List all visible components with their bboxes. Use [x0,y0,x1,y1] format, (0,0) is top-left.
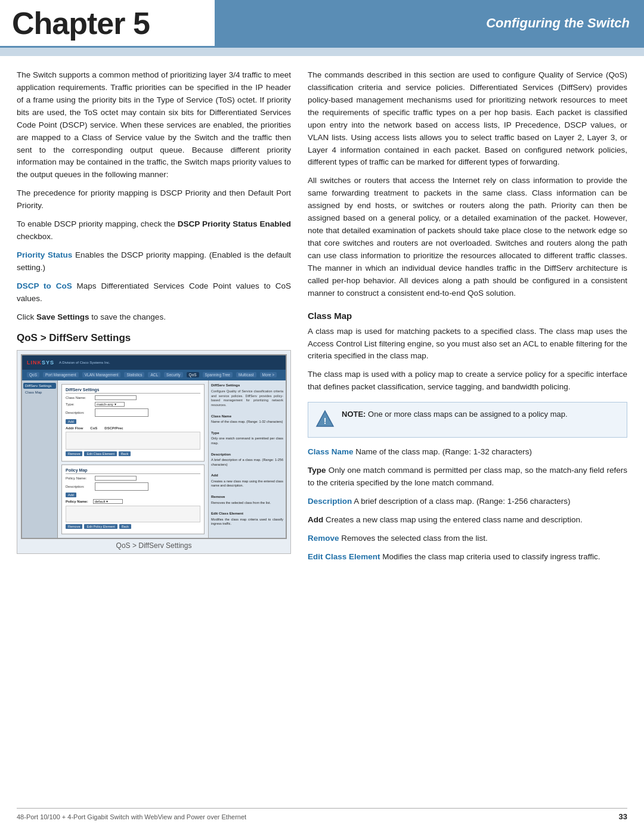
cm-row1: Class Name: [66,395,200,400]
rp-add: Add [211,473,283,478]
add-para: Add Creates a new class map using the en… [308,514,627,527]
para3-prefix: To enable DSCP priority mapping, check t… [17,219,178,228]
note-body: One or more class maps can be assigned t… [368,410,568,419]
page-footer: 48-Port 10/100 + 4-Port Gigabit Switch w… [17,808,627,821]
fake-ui-topbar: QoS Port Management VLAN Management Stat… [22,370,286,380]
fake-ui: LINKSYS A Division of Cisco Systems Inc.… [21,354,287,539]
note-box: ! NOTE: One or more class maps can be as… [308,402,627,438]
edit-class-text: Modifies the class map criteria used to … [382,552,600,561]
pm-add-btn[interactable]: Add [66,493,76,497]
rp-add-text: Creates a new class map using the entere… [211,479,283,488]
remove-label: Remove [308,534,339,543]
left-para1: The Switch supports a common method of p… [17,69,291,181]
screenshot-container: LINKSYS A Division of Cisco Systems Inc.… [17,350,291,554]
header-right: Configuring the Switch [215,0,644,46]
type-para: Type Only one match command is permitted… [308,465,627,490]
qos-diffserv-heading: QoS > DiffServ Settings [17,332,291,344]
sidebar-classmap: Class Map [23,389,56,395]
nav-more: More > [260,372,277,377]
col-addr: Addr Flow [66,426,83,430]
content-area: The Switch supports a common method of p… [0,69,644,569]
policy-map-panel: Policy Map Policy Name: Description: Add [61,465,205,534]
cm-input-name[interactable] [95,395,137,400]
screenshot-caption: QoS > DiffServ Settings [21,541,287,550]
description-text: A brief description of a class map. (Ran… [354,497,570,506]
rp-text1: Configure Quality of Service classificat… [211,389,283,408]
pm-policy-select[interactable]: default ▾ [93,499,123,504]
rp-type-text: Only one match command is permitted per … [211,436,283,445]
chapter-title: Chapter 5 [12,8,150,39]
pm-label-desc: Description: [66,485,92,488]
cm-row3: Description: [66,408,200,417]
col-dscp: DSCP/Prec [104,426,123,430]
class-map-para2: The class map is used with a policy map … [308,368,627,394]
linksys-logo: LINKSYS [27,360,54,366]
nav-vlan: VLAN Management [82,372,121,377]
cm-back-btn[interactable]: Back [119,451,131,456]
pm-panel-title: Policy Map [66,468,200,474]
edit-class-label: Edit Class Element [308,552,380,561]
rp-desc-text: A brief description of a class map. (Ran… [211,458,283,467]
pm-row2: Description: [66,482,200,491]
pm-add-row: Add [66,493,200,497]
class-map-heading: Class Map [308,311,627,321]
pm-row1: Policy Name: [66,476,200,481]
footer-page-number: 33 [619,812,627,821]
pm-table-body [66,506,200,522]
left-para2: The precedence for priority mapping is D… [17,187,291,212]
pm-input-desc[interactable] [95,482,148,491]
pm-edit-btn[interactable]: Edit Policy Element [84,524,117,529]
page-header: Chapter 5 Configuring the Switch [0,0,644,48]
description-label: Description [308,497,352,506]
rp-edit: Edit Class Element [211,511,283,516]
cm-label-type: Type: [66,402,92,406]
rp-edit-text: Modifies the class map criteria used to … [211,518,283,527]
cm-select-type[interactable]: match-any ▾ [95,402,125,407]
add-label: Add [308,515,323,524]
cm-table-body [66,432,200,450]
nav-spanning: Spanning Tree [203,372,233,377]
left-column: The Switch supports a common method of p… [17,69,291,569]
save-bold: Save Settings [36,312,89,321]
dscp-priority-term: DSCP Priority Status Enabled [178,219,291,228]
col-cos: CoS [90,426,97,430]
dscp-cos-label: DSCP to CoS [17,281,72,290]
nav-acl: ACL [148,372,160,377]
fake-ui-nav: QoS Port Management VLAN Management Stat… [27,372,277,377]
note-icon: ! [315,410,335,431]
para3-suffix: checkbox. [17,232,53,241]
cm-edit-btn[interactable]: Edit Class Element [84,451,116,456]
priority-status-label: Priority Status [17,250,72,259]
save-prefix: Click [17,312,36,321]
rp-remove: Remove [211,494,283,499]
save-para: Click Save Settings to save the changes. [17,311,291,324]
pm-label-name: Policy Name: [66,476,92,480]
note-svg-icon: ! [315,410,335,429]
cm-remove-btn[interactable]: Remove [66,451,82,456]
rp-classname: Class Name [211,414,283,419]
right-para2: All switches or routers that access the … [308,175,627,299]
pm-input-name[interactable] [95,476,137,481]
class-name-para: Class Name Name of the class map. (Range… [308,446,627,459]
class-map-panel: DiffServ Settings Class Name: Type: matc… [61,384,205,462]
sidebar-diffserv: DiffServ Settings [23,383,56,389]
description-para: Description A brief description of a cla… [308,496,627,508]
cm-label-desc: Description: [66,411,92,414]
class-map-para1: A class map is used for matching packets… [308,326,627,363]
pm-back-btn[interactable]: Back [119,524,131,529]
dscp-cos-para: DSCP to CoS Maps Differentiated Services… [17,280,291,305]
class-name-text: Name of the class map. (Range: 1-32 char… [355,447,532,456]
pm-remove-btn[interactable]: Remove [66,524,82,529]
cm-input-desc[interactable] [95,408,148,417]
class-name-label: Class Name [308,447,354,456]
cm-add-row: Add [66,419,200,424]
rp-desc: Description [211,452,283,457]
fake-ui-main: DiffServ Settings Class Name: Type: matc… [58,380,208,538]
cm-add-btn[interactable]: Add [66,419,76,424]
nav-stats: Statistics [124,372,144,377]
cm-table-container: Addr Flow CoS DSCP/Prec Remove Edit Clas… [66,426,200,456]
rp-remove-text: Removes the selected class from the list… [211,501,283,506]
type-text: Only one match command is permitted per … [308,466,627,487]
note-text: NOTE: One or more class maps can be assi… [342,408,568,420]
nav-qos2: QoS [187,372,199,377]
